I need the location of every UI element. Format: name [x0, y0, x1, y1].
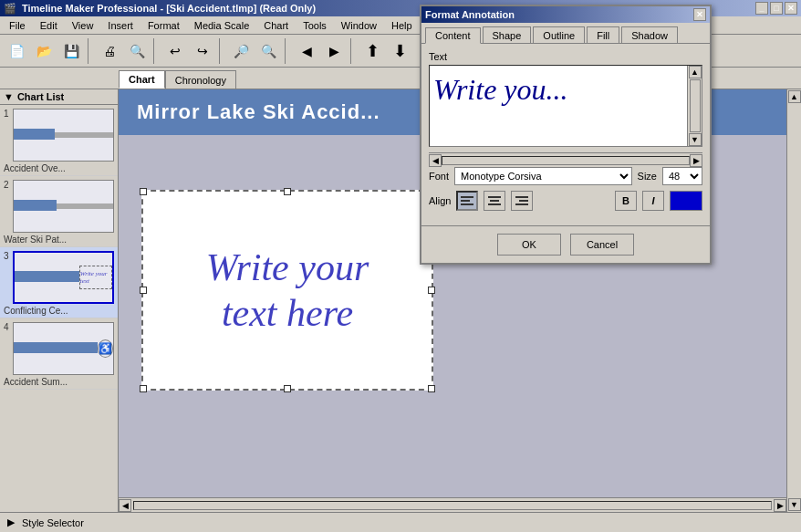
import-button[interactable]: ⬇ — [387, 38, 412, 64]
scroll-left-arrow[interactable]: ◀ — [119, 499, 131, 512]
export-button[interactable]: ⬆ — [359, 38, 385, 64]
menu-help[interactable]: Help — [386, 18, 418, 33]
text-preview-content: Write you... — [430, 66, 702, 114]
sidebar-label-3: Conflicting Ce... — [4, 306, 114, 316]
size-select[interactable]: 48 — [662, 167, 702, 185]
tab-chronology[interactable]: Chronology — [165, 70, 236, 89]
handle-tm[interactable] — [284, 188, 291, 195]
dialog-close-button[interactable]: ✕ — [693, 8, 706, 21]
svg-rect-3 — [488, 196, 501, 198]
svg-rect-8 — [515, 203, 528, 205]
dialog-tab-shadow[interactable]: Shadow — [621, 26, 678, 43]
align-right-button[interactable] — [511, 191, 533, 211]
menu-chart[interactable]: Chart — [258, 18, 294, 33]
cancel-button[interactable]: Cancel — [570, 234, 634, 256]
zoom-in-button[interactable]: 🔍 — [255, 38, 281, 64]
item-num-2: 2 — [4, 180, 9, 190]
menu-edit[interactable]: Edit — [35, 18, 63, 33]
window-controls: _ □ ✕ — [755, 2, 797, 15]
v-scroll-track[interactable] — [787, 104, 801, 497]
align-label: Align — [429, 195, 451, 206]
thumb-3: Write your text — [13, 251, 114, 304]
close-button[interactable]: ✕ — [785, 2, 797, 15]
scroll-track[interactable] — [133, 501, 772, 510]
text-scroll-thumb[interactable] — [690, 79, 701, 132]
dialog-tab-shape[interactable]: Shape — [483, 26, 532, 43]
handle-bm[interactable] — [284, 385, 291, 392]
dialog-tab-content[interactable]: Content — [425, 27, 481, 44]
align-left-button[interactable] — [456, 191, 478, 211]
italic-button[interactable]: I — [642, 191, 664, 211]
text-hscroll[interactable]: ◀ ▶ — [429, 152, 702, 167]
sidebar-item-2[interactable]: 2 Water Ski Pat... — [0, 176, 118, 247]
svg-rect-1 — [461, 200, 470, 202]
sidebar-item-3[interactable]: 3 Write your text Conflicting Ce... — [0, 247, 118, 318]
size-label: Size — [638, 171, 657, 182]
menu-file[interactable]: File — [4, 18, 31, 33]
format-annotation-dialog[interactable]: Format Annotation ✕ Content Shape Outlin… — [420, 5, 712, 265]
dialog-title-text: Format Annotation — [425, 9, 515, 20]
sidebar-header: ▼ Chart List — [0, 89, 118, 105]
handle-bl[interactable] — [140, 385, 147, 392]
handle-ml[interactable] — [140, 287, 147, 294]
text-preview-vscroll[interactable]: ▲ ▼ — [687, 66, 702, 146]
right-scroll-button[interactable]: ▶ — [321, 38, 347, 64]
redo-button[interactable]: ↪ — [190, 38, 215, 64]
menu-window[interactable]: Window — [336, 18, 382, 33]
text-section-label: Text — [429, 51, 702, 62]
v-scrollbar[interactable]: ▲ ▼ — [786, 89, 801, 512]
toolbar-sep-3 — [219, 38, 224, 64]
item-num-4: 4 — [4, 322, 9, 332]
maximize-button[interactable]: □ — [770, 2, 783, 15]
left-scroll-button[interactable]: ◀ — [294, 38, 319, 64]
dialog-tab-fill[interactable]: Fill — [587, 26, 619, 43]
text-scroll-up[interactable]: ▲ — [689, 66, 702, 78]
scroll-right-arrow[interactable]: ▶ — [774, 499, 786, 512]
menu-view[interactable]: View — [67, 18, 99, 33]
item-num-1: 1 — [4, 109, 9, 119]
bold-button[interactable]: B — [615, 191, 637, 211]
text-hscroll-left[interactable]: ◀ — [429, 154, 442, 167]
window-title: Timeline Maker Professional - [Ski Accid… — [22, 3, 316, 14]
color-picker[interactable] — [670, 191, 702, 211]
print-preview-button[interactable]: 🔍 — [124, 38, 150, 64]
undo-button[interactable]: ↩ — [162, 38, 188, 64]
menu-tools[interactable]: Tools — [297, 18, 332, 33]
print-button[interactable]: 🖨 — [97, 38, 122, 64]
zoom-out-button[interactable]: 🔎 — [228, 38, 254, 64]
sidebar-label-2: Water Ski Pat... — [4, 235, 114, 245]
ok-button[interactable]: OK — [497, 234, 561, 256]
tab-chart[interactable]: Chart — [119, 70, 165, 89]
svg-rect-2 — [461, 203, 473, 205]
text-scroll-down[interactable]: ▼ — [689, 133, 702, 146]
dialog-tab-outline[interactable]: Outline — [533, 26, 585, 43]
svg-rect-7 — [519, 200, 528, 202]
minimize-button[interactable]: _ — [755, 2, 768, 15]
text-hscroll-right[interactable]: ▶ — [690, 154, 702, 167]
status-bar: ▶ Style Selector — [0, 512, 801, 532]
open-button[interactable]: 📂 — [31, 38, 57, 64]
align-center-button[interactable] — [484, 191, 505, 211]
thumb-4: ♿ — [13, 322, 114, 375]
svg-rect-4 — [490, 200, 499, 202]
new-button[interactable]: 📄 — [4, 38, 29, 64]
scroll-up-arrow[interactable]: ▲ — [788, 90, 801, 103]
save-button[interactable]: 💾 — [58, 38, 84, 64]
text-preview-box[interactable]: Write you... ▲ ▼ — [429, 65, 702, 147]
h-scrollbar[interactable]: ◀ ▶ — [119, 497, 786, 512]
menu-insert[interactable]: Insert — [102, 18, 139, 33]
scroll-down-arrow[interactable]: ▼ — [788, 498, 801, 511]
text-hscroll-track[interactable] — [442, 156, 690, 165]
sidebar-item-4[interactable]: 4 ♿ Accident Sum... — [0, 318, 118, 390]
app-icon: 🎬 — [4, 3, 16, 15]
menu-format[interactable]: Format — [142, 18, 185, 33]
collapse-icon[interactable]: ▼ — [4, 91, 14, 102]
font-select[interactable]: Monotype Corsiva — [454, 167, 632, 185]
menu-mediascale[interactable]: Media Scale — [189, 18, 255, 33]
handle-br[interactable] — [428, 385, 435, 392]
sidebar-item-1[interactable]: 1 Accident Ove... — [0, 105, 118, 176]
handle-tl[interactable] — [140, 188, 147, 195]
annotation-box[interactable]: Write your text here — [141, 190, 433, 391]
triangle-icon: ▶ — [7, 516, 15, 528]
handle-mr[interactable] — [428, 287, 435, 294]
